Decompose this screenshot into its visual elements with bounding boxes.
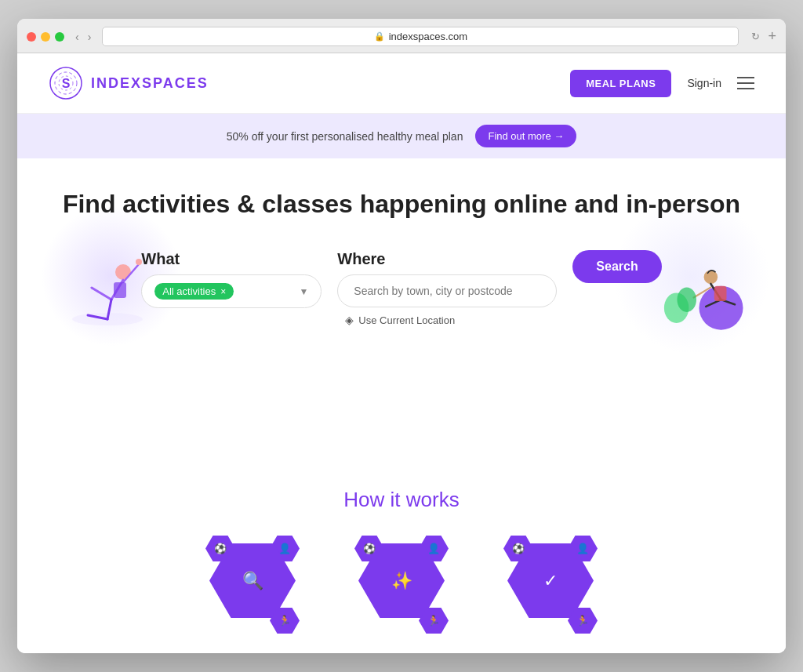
search-button[interactable]: Search bbox=[572, 250, 661, 283]
minimize-button[interactable] bbox=[41, 32, 50, 42]
header-right: MEAL PLANS Sign-in bbox=[570, 70, 754, 97]
how-step-2: 👤 ⚽ ✨ 🏃 bbox=[351, 536, 452, 637]
hamburger-menu[interactable] bbox=[737, 77, 754, 89]
hero-section: Find activities & classes happening onli… bbox=[17, 158, 786, 456]
find-out-more-button[interactable]: Find out more → bbox=[475, 125, 576, 147]
forward-button[interactable]: › bbox=[85, 29, 95, 45]
meal-plans-button[interactable]: MEAL PLANS bbox=[570, 70, 671, 97]
activity-tag-text: All activities bbox=[162, 285, 216, 297]
fullscreen-button[interactable] bbox=[55, 32, 64, 42]
banner-text: 50% off your first personalised healthy … bbox=[227, 130, 463, 143]
hex-cluster-3: 👤 ⚽ ✓ 🏃 bbox=[500, 536, 601, 637]
signin-link[interactable]: Sign-in bbox=[687, 77, 721, 89]
logo-text: INDEXSPACES bbox=[91, 75, 209, 92]
how-it-works-steps: 👤 ⚽ 🔍 🏃 👤 ⚽ ✨ 🏃 bbox=[49, 536, 754, 637]
use-location-button[interactable]: ◈ Use Current Location bbox=[337, 314, 557, 326]
how-it-works-title: How it works bbox=[49, 488, 754, 512]
remove-tag-button[interactable]: × bbox=[220, 286, 226, 297]
location-icon: ◈ bbox=[345, 314, 354, 326]
search-form: What All activities × ▼ Where ◈ bbox=[49, 250, 754, 326]
activity-tag: All activities × bbox=[154, 283, 234, 300]
back-button[interactable]: ‹ bbox=[72, 29, 82, 45]
header: S INDEXSPACES MEAL PLANS Sign-in bbox=[17, 53, 786, 114]
what-label: What bbox=[141, 250, 322, 268]
logo[interactable]: S INDEXSPACES bbox=[49, 66, 209, 100]
nav-arrows: ‹ › bbox=[72, 29, 94, 45]
svg-text:S: S bbox=[62, 77, 71, 90]
how-step-1: 👤 ⚽ 🔍 🏃 bbox=[202, 536, 303, 637]
browser-chrome: ‹ › 🔒 indexspaces.com ↻ + bbox=[17, 19, 786, 53]
dropdown-arrow-icon: ▼ bbox=[299, 286, 308, 297]
url-text: indexspaces.com bbox=[389, 31, 467, 42]
location-input[interactable] bbox=[337, 274, 557, 307]
hamburger-line-2 bbox=[737, 82, 754, 84]
hamburger-line-1 bbox=[737, 77, 754, 78]
hero-title: Find activities & classes happening onli… bbox=[49, 190, 754, 219]
what-field: What All activities × ▼ bbox=[141, 250, 322, 308]
hamburger-line-3 bbox=[737, 88, 754, 89]
hex-cluster-2: 👤 ⚽ ✨ 🏃 bbox=[351, 536, 452, 637]
refresh-button[interactable]: ↻ bbox=[751, 31, 760, 42]
promo-banner: 50% off your first personalised healthy … bbox=[17, 114, 786, 158]
use-location-text: Use Current Location bbox=[358, 314, 455, 326]
where-field: Where ◈ Use Current Location bbox=[337, 250, 557, 326]
activity-dropdown[interactable]: All activities × ▼ bbox=[141, 274, 322, 308]
search-button-container: Search bbox=[572, 250, 661, 285]
close-button[interactable] bbox=[27, 32, 36, 42]
page: S INDEXSPACES MEAL PLANS Sign-in 50% off… bbox=[17, 53, 786, 653]
logo-icon: S bbox=[49, 66, 83, 100]
new-tab-button[interactable]: + bbox=[768, 28, 776, 45]
traffic-lights bbox=[27, 32, 64, 42]
how-it-works-section: How it works 👤 ⚽ 🔍 🏃 👤 ⚽ bbox=[17, 456, 786, 653]
lock-icon: 🔒 bbox=[374, 31, 385, 42]
browser-window: ‹ › 🔒 indexspaces.com ↻ + S INDEXSPACES bbox=[17, 19, 786, 653]
where-label: Where bbox=[337, 250, 557, 268]
how-step-3: 👤 ⚽ ✓ 🏃 bbox=[500, 536, 601, 637]
address-bar[interactable]: 🔒 indexspaces.com bbox=[102, 27, 739, 46]
hex-cluster-1: 👤 ⚽ 🔍 🏃 bbox=[202, 536, 303, 637]
